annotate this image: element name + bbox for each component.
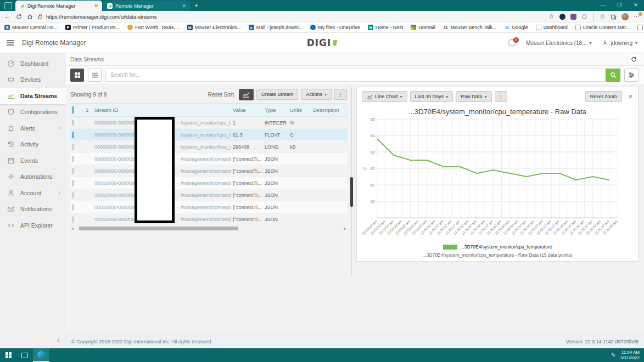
column-header-stream-id[interactable]: Stream ID: [92, 104, 231, 117]
sidebar-item-devices[interactable]: Devices: [0, 72, 66, 88]
url-field[interactable]: https://remotemanager.digi.com/ui/data-s…: [38, 14, 544, 20]
table-row[interactable]: 00000000-00000000/management/connectio {…: [70, 165, 347, 177]
table-row[interactable]: 00000000-00000000/system_monitor/cpu_lo …: [70, 117, 347, 129]
refresh-icon[interactable]: [16, 14, 22, 20]
tab-close-icon[interactable]: ✕: [94, 3, 98, 9]
sidebar-item-events[interactable]: Events: [0, 152, 66, 169]
bookmark-item[interactable]: Dashboard: [536, 25, 568, 30]
extension-refresh-icon[interactable]: [581, 14, 587, 20]
column-header-description[interactable]: Description: [311, 104, 347, 117]
start-button[interactable]: [0, 348, 16, 362]
grid-view-button[interactable]: [70, 69, 84, 82]
browser-menu-icon[interactable]: ⋯: [634, 13, 640, 20]
bookmark-item[interactable]: GGoogle: [505, 25, 528, 30]
chart-close-icon[interactable]: ✕: [628, 93, 633, 100]
row-checkbox[interactable]: [72, 132, 74, 138]
tray-pen-icon[interactable]: ✎: [611, 352, 615, 358]
search-button[interactable]: [606, 69, 620, 82]
sidebar-item-configurations[interactable]: Configurations: [0, 104, 66, 121]
row-checkbox[interactable]: [72, 216, 74, 223]
sidebar-item-dashboard[interactable]: Dashboard: [0, 55, 66, 72]
bookmark-item[interactable]: SMouser Central Ho...: [4, 25, 58, 30]
organization-selector[interactable]: Mouser Electronics (18... ▾: [526, 40, 592, 46]
sidebar-item-activity[interactable]: Activity: [0, 137, 66, 153]
search-input[interactable]: [105, 69, 606, 82]
reset-zoom-button[interactable]: Reset Zoom: [585, 91, 622, 102]
bookmark-item[interactable]: Oracle Content Mar...: [575, 25, 630, 30]
table-row[interactable]: 00010000-00000000/management/connectio {…: [70, 213, 347, 225]
bookmark-item[interactable]: oMail - joseph.downi...: [249, 25, 303, 30]
table-row[interactable]: 00000000-00000000/management/connectio {…: [70, 153, 347, 165]
back-icon[interactable]: ←: [4, 13, 11, 20]
chart-type-dropdown[interactable]: Line Chart ▾: [362, 91, 407, 102]
favorites-gear-icon[interactable]: ☆: [548, 13, 555, 20]
bookmark-item[interactable]: Phone Number Co...: [637, 25, 644, 30]
create-stream-button[interactable]: Create Stream: [256, 89, 299, 100]
taskbar-clock[interactable]: 11:04 AM 3/31/2022: [620, 350, 640, 361]
notifications-bubble-icon[interactable]: 8: [508, 39, 516, 46]
reset-sort-link[interactable]: Reset Sort: [208, 92, 234, 98]
scroll-right-icon[interactable]: ▸: [343, 227, 347, 231]
extension-icon[interactable]: [570, 14, 576, 20]
row-checkbox[interactable]: [72, 204, 74, 211]
edge-taskbar-button[interactable]: [33, 348, 49, 362]
column-header-units[interactable]: Units: [288, 104, 311, 117]
hamburger-menu-icon[interactable]: [7, 40, 14, 46]
bookmark-item[interactable]: PPrimer | Product Int...: [65, 25, 120, 30]
chart-more-options-button[interactable]: ⋮: [495, 91, 507, 102]
window-close-button[interactable]: ✕: [628, 0, 644, 11]
row-checkbox[interactable]: [72, 120, 74, 126]
bookmark-item[interactable]: My files - OneDrive: [310, 25, 360, 30]
sidebar-item-api-explorer[interactable]: API Explorer: [0, 217, 66, 234]
actions-button[interactable]: Actions ▾: [301, 89, 332, 100]
row-checkbox[interactable]: [72, 180, 74, 186]
table-row[interactable]: 00010000-00000000/management/connectio {…: [70, 201, 347, 213]
sidebar-item-data-streams[interactable]: Data Streams: [0, 88, 66, 104]
scroll-left-icon[interactable]: ◂: [70, 227, 75, 231]
add-favorite-icon[interactable]: ☆: [600, 13, 606, 20]
browser-profile-avatar[interactable]: [621, 13, 629, 20]
row-checkbox[interactable]: [72, 144, 74, 150]
data-mode-dropdown[interactable]: Raw Data ▾: [456, 91, 492, 102]
legend-label[interactable]: ...3D70E4/system_monitor/cpu_temperature: [461, 244, 552, 250]
tab-actions-icon[interactable]: [4, 2, 12, 9]
collections-icon[interactable]: [611, 14, 617, 20]
chart-view-button[interactable]: [239, 89, 254, 100]
bookmark-item[interactable]: MMouser Electronics...: [187, 25, 241, 30]
sidebar-collapse-icon[interactable]: ‹: [57, 336, 59, 344]
column-header-type[interactable]: Type: [262, 104, 288, 117]
tab-close-icon[interactable]: ✕: [182, 3, 186, 9]
select-all-checkbox[interactable]: [72, 106, 74, 114]
pane-splitter[interactable]: [347, 87, 356, 275]
home-icon[interactable]: [27, 14, 33, 20]
bookmark-item[interactable]: GMouser Bench Talk...: [443, 25, 497, 30]
sidebar-item-account[interactable]: Account‹: [0, 185, 66, 201]
window-restore-button[interactable]: ❐: [611, 0, 628, 11]
sidebar-item-alerts[interactable]: Alerts‹: [0, 120, 66, 137]
table-row[interactable]: 00010000-00000000/management/connectio {…: [70, 177, 347, 189]
column-header-value[interactable]: Value: [231, 104, 262, 117]
sidebar-item-notifications[interactable]: Notifications: [0, 201, 66, 218]
sidebar-item-automations[interactable]: Automations: [0, 169, 66, 185]
time-range-dropdown[interactable]: Last 30 Days ▾: [410, 91, 453, 102]
task-view-button[interactable]: [16, 348, 33, 362]
browser-tab-active[interactable]: Digi Remote Manager ✕: [15, 1, 102, 11]
bookmark-item[interactable]: Hotmail: [411, 25, 435, 30]
bookmark-item[interactable]: NHome - Nest: [368, 25, 404, 30]
browser-tab-inactive[interactable]: Remote Manager ✕: [103, 1, 190, 11]
table-row[interactable]: 00000000-00000000/system_monitor/free_m …: [70, 141, 347, 153]
row-checkbox[interactable]: [72, 192, 74, 199]
user-menu[interactable]: jdowning ▾: [602, 39, 638, 46]
scrollbar-thumb[interactable]: [79, 227, 238, 230]
row-checkbox[interactable]: [72, 156, 74, 162]
horizontal-scrollbar[interactable]: ◂ ▸: [70, 226, 347, 231]
filter-sliders-button[interactable]: [624, 69, 639, 82]
window-minimize-button[interactable]: —: [595, 0, 611, 11]
table-row[interactable]: 00000000-00000000/system_monitor/cpu_te …: [70, 129, 347, 141]
splitter-handle[interactable]: [350, 177, 353, 207]
page-refresh-button[interactable]: [628, 55, 640, 64]
more-options-button[interactable]: ⋮: [334, 89, 347, 100]
extension-icon[interactable]: [559, 14, 565, 20]
list-view-button[interactable]: [88, 69, 102, 82]
bookmark-item[interactable]: Fort Worth, Texas,...: [127, 25, 180, 30]
